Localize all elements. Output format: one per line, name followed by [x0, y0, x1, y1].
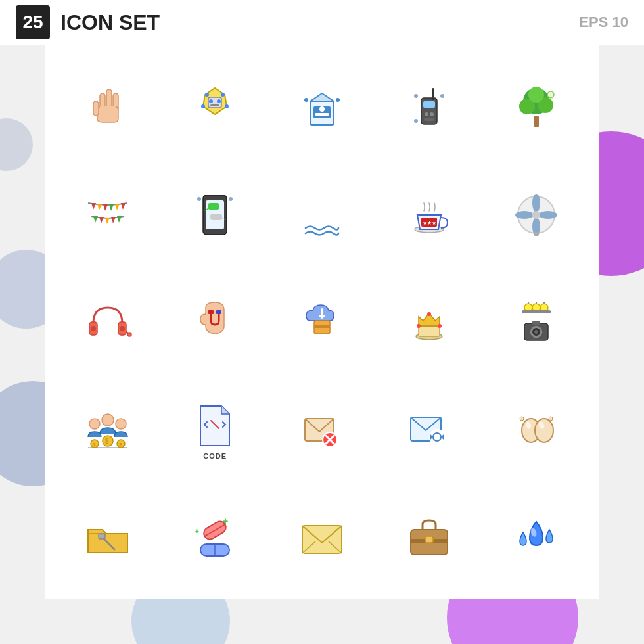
svg-marker-37 [115, 204, 120, 210]
icon-medicine: + + [165, 486, 265, 586]
svg-point-60 [532, 211, 540, 219]
icon-fan [486, 165, 586, 265]
icon-moon-waves [272, 165, 373, 265]
icon-mobile-chat [165, 165, 265, 265]
icon-flag-cancel [272, 379, 373, 479]
svg-point-8 [205, 93, 209, 97]
header-eps: EPS 10 [579, 14, 628, 31]
icon-robot-badge [165, 58, 265, 158]
svg-marker-33 [91, 203, 96, 210]
svg-point-25 [440, 94, 444, 98]
svg-rect-61 [534, 232, 539, 236]
icon-crown-cake [379, 272, 479, 373]
svg-point-14 [319, 106, 325, 112]
svg-point-51 [229, 197, 233, 201]
svg-rect-68 [216, 310, 221, 314]
svg-point-11 [225, 104, 229, 108]
svg-rect-20 [423, 101, 435, 108]
svg-marker-36 [109, 204, 114, 211]
svg-rect-3 [93, 101, 99, 116]
icon-code-file: CODE [165, 379, 265, 479]
svg-rect-23 [424, 118, 434, 121]
svg-marker-34 [97, 204, 102, 210]
icon-mind-magnet [165, 272, 265, 373]
icon-eggs [486, 379, 586, 479]
svg-marker-43 [117, 216, 122, 223]
svg-rect-87 [532, 321, 540, 325]
icon-folder-tools [58, 486, 158, 586]
svg-point-113 [549, 417, 553, 421]
svg-point-96 [102, 414, 114, 426]
svg-marker-41 [105, 218, 110, 224]
svg-point-109 [535, 419, 553, 442]
svg-text:$: $ [93, 442, 96, 448]
icon-grid: ★★★ [45, 45, 599, 599]
svg-point-66 [127, 333, 131, 336]
svg-point-17 [336, 98, 340, 102]
icon-money-team: $ $ $ [58, 379, 158, 479]
bg-decor-top-left [0, 118, 33, 171]
svg-rect-27 [534, 116, 539, 127]
svg-text:+: + [195, 528, 199, 535]
svg-point-59 [515, 211, 534, 219]
icon-headphones [58, 272, 158, 373]
icon-briefcase [379, 486, 479, 586]
svg-point-32 [547, 91, 554, 98]
svg-point-26 [414, 119, 418, 123]
svg-text:★★★: ★★★ [423, 220, 436, 226]
svg-point-21 [425, 112, 428, 116]
svg-rect-70 [314, 325, 330, 328]
svg-point-24 [414, 94, 418, 98]
svg-text:$: $ [119, 442, 122, 448]
icon-hand-gesture [58, 58, 158, 158]
svg-point-97 [116, 419, 126, 429]
svg-rect-82 [522, 310, 551, 313]
icon-bunting-flags [58, 165, 158, 265]
svg-point-50 [197, 197, 201, 201]
svg-point-75 [438, 324, 442, 328]
icon-mail-sync [379, 379, 479, 479]
svg-point-9 [221, 93, 225, 97]
svg-marker-42 [111, 217, 116, 223]
svg-text:$: $ [105, 438, 109, 445]
svg-point-64 [91, 326, 96, 331]
icon-water-drops [486, 486, 586, 586]
svg-marker-40 [99, 217, 104, 223]
svg-rect-72 [419, 326, 440, 336]
svg-marker-35 [103, 204, 108, 211]
svg-point-74 [427, 312, 431, 316]
svg-point-31 [528, 87, 544, 103]
code-label: CODE [203, 452, 227, 460]
svg-rect-115 [99, 534, 105, 539]
icon-cloud-box [272, 272, 373, 373]
icon-envelope [272, 486, 373, 586]
svg-text:+: + [223, 516, 228, 526]
svg-point-16 [304, 98, 308, 102]
svg-point-5 [209, 99, 213, 103]
svg-point-10 [201, 104, 205, 108]
svg-point-86 [534, 330, 538, 334]
svg-rect-67 [208, 310, 214, 314]
svg-point-95 [89, 419, 100, 429]
svg-point-57 [539, 211, 557, 219]
icon-milk-box [272, 58, 373, 158]
svg-rect-125 [425, 536, 433, 543]
icon-camera-kit [486, 272, 586, 373]
svg-point-73 [417, 324, 421, 328]
page-title: ICON SET [60, 11, 579, 35]
svg-rect-15 [315, 113, 329, 116]
svg-point-112 [520, 417, 524, 421]
header: 25 ICON SET EPS 10 [0, 0, 644, 45]
icon-tree [486, 58, 586, 158]
icon-tea-cup: ★★★ [379, 165, 479, 265]
svg-point-65 [120, 326, 125, 331]
svg-point-56 [532, 194, 540, 212]
svg-point-6 [217, 99, 221, 103]
svg-rect-7 [210, 104, 219, 106]
icon-walkie-talkie [379, 58, 479, 158]
svg-rect-122 [302, 526, 342, 553]
svg-rect-48 [210, 214, 222, 220]
header-badge: 25 [16, 5, 50, 39]
svg-marker-39 [93, 216, 98, 223]
svg-point-22 [430, 112, 434, 116]
